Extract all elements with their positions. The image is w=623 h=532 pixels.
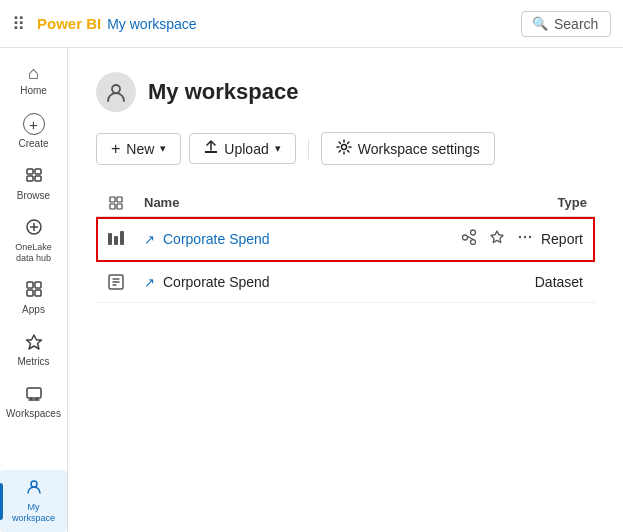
new-button[interactable]: + New ▾ <box>96 133 181 165</box>
sidebar: ⌂ Home + Create Browse OneLakedata hub A… <box>0 48 68 532</box>
svg-rect-8 <box>35 290 41 296</box>
dataset-icon <box>96 272 136 292</box>
svg-rect-15 <box>110 204 115 209</box>
sidebar-item-home[interactable]: ⌂ Home <box>0 56 67 105</box>
sidebar-label-browse: Browse <box>17 190 50 202</box>
workspaces-icon <box>25 384 43 405</box>
svg-rect-2 <box>27 176 33 181</box>
content-area: My workspace + New ▾ Upload ▾ Worksp <box>68 48 623 532</box>
workspace-avatar <box>96 72 136 112</box>
sidebar-label-metrics: Metrics <box>17 356 49 368</box>
dataset-name-cell: ↗ Corporate Spend <box>136 274 475 290</box>
sidebar-label-onelake: OneLakedata hub <box>15 242 52 264</box>
svg-point-12 <box>341 145 346 150</box>
svg-rect-13 <box>110 197 115 202</box>
settings-icon <box>336 139 352 158</box>
myworkspace-icon <box>25 478 43 499</box>
upload-button[interactable]: Upload ▾ <box>189 133 295 164</box>
svg-rect-3 <box>35 176 41 181</box>
sidebar-label-apps: Apps <box>22 304 45 316</box>
report-name-link[interactable]: Corporate Spend <box>163 231 270 247</box>
svg-point-20 <box>519 236 521 238</box>
apps-icon <box>25 280 43 301</box>
more-button[interactable] <box>513 227 537 251</box>
settings-label: Workspace settings <box>358 141 480 157</box>
dataset-row-type: Dataset <box>475 274 595 290</box>
workspace-title: My workspace <box>148 79 298 105</box>
favorite-button[interactable] <box>485 227 509 251</box>
table-header-type: Type <box>475 195 595 210</box>
svg-point-10 <box>31 481 37 487</box>
toolbar: + New ▾ Upload ▾ Workspace settings <box>96 132 595 165</box>
sidebar-label-workspaces: Workspaces <box>6 408 61 420</box>
report-icon <box>96 229 136 249</box>
svg-point-22 <box>529 236 531 238</box>
home-icon: ⌂ <box>28 64 39 82</box>
sidebar-label-myworkspace: Myworkspace <box>12 502 55 524</box>
svg-rect-19 <box>120 231 124 245</box>
report-name-cell: ↗ Corporate Spend <box>136 231 475 247</box>
sidebar-item-metrics[interactable]: Metrics <box>0 324 67 376</box>
app-logo: Power BI <box>37 15 101 32</box>
metrics-icon <box>25 332 43 353</box>
svg-rect-9 <box>27 388 41 398</box>
dataset-type: Dataset <box>535 274 591 290</box>
sidebar-item-create[interactable]: + Create <box>0 105 67 158</box>
report-type: Report <box>541 231 591 247</box>
svg-rect-7 <box>27 290 33 296</box>
sidebar-item-onelake[interactable]: OneLakedata hub <box>0 210 67 272</box>
upload-chevron-icon: ▾ <box>275 142 281 155</box>
search-box[interactable]: 🔍 Search <box>521 11 611 37</box>
svg-rect-14 <box>117 197 122 202</box>
upload-label: Upload <box>224 141 268 157</box>
top-nav: ⠿ Power BI My workspace 🔍 Search <box>0 0 623 48</box>
grid-icon[interactable]: ⠿ <box>12 13 25 35</box>
svg-point-21 <box>524 236 526 238</box>
table-header: Name Type <box>96 189 595 217</box>
table-header-icon-col <box>96 195 136 210</box>
table-header-name: Name <box>136 195 475 210</box>
svg-point-11 <box>112 85 120 93</box>
sidebar-item-apps[interactable]: Apps <box>0 272 67 324</box>
share-button[interactable] <box>457 227 481 251</box>
table-row[interactable]: ↗ Corporate Spend Report <box>96 217 595 262</box>
sidebar-item-browse[interactable]: Browse <box>0 158 67 210</box>
svg-rect-17 <box>108 233 112 245</box>
table-row[interactable]: ↗ Corporate Spend Dataset <box>96 262 595 303</box>
svg-rect-18 <box>114 236 118 245</box>
create-icon: + <box>23 113 45 135</box>
svg-rect-16 <box>117 204 122 209</box>
workspace-breadcrumb[interactable]: My workspace <box>107 16 196 32</box>
lineage-icon-2: ↗ <box>144 275 155 290</box>
workspace-settings-button[interactable]: Workspace settings <box>321 132 495 165</box>
lineage-icon: ↗ <box>144 232 155 247</box>
upload-icon <box>204 140 218 157</box>
sidebar-item-workspaces[interactable]: Workspaces <box>0 376 67 428</box>
svg-rect-6 <box>35 282 41 288</box>
search-label: Search <box>554 16 598 32</box>
new-label: New <box>126 141 154 157</box>
svg-rect-0 <box>27 169 33 174</box>
report-row-actions: Report <box>475 227 595 251</box>
svg-rect-5 <box>27 282 33 288</box>
browse-icon <box>25 166 43 187</box>
plus-icon: + <box>111 140 120 158</box>
toolbar-divider <box>308 139 309 159</box>
dataset-name-text: Corporate Spend <box>163 274 270 290</box>
onelake-icon <box>25 218 43 239</box>
sidebar-label-home: Home <box>20 85 47 97</box>
workspace-header: My workspace <box>96 72 595 112</box>
svg-rect-1 <box>35 169 41 174</box>
search-icon: 🔍 <box>532 16 548 31</box>
sidebar-label-create: Create <box>18 138 48 150</box>
main-layout: ⌂ Home + Create Browse OneLakedata hub A… <box>0 48 623 532</box>
new-chevron-icon: ▾ <box>160 142 166 155</box>
sidebar-item-myworkspace[interactable]: Myworkspace <box>0 470 67 532</box>
items-table: Name Type ↗ Corporate Spend <box>96 189 595 303</box>
